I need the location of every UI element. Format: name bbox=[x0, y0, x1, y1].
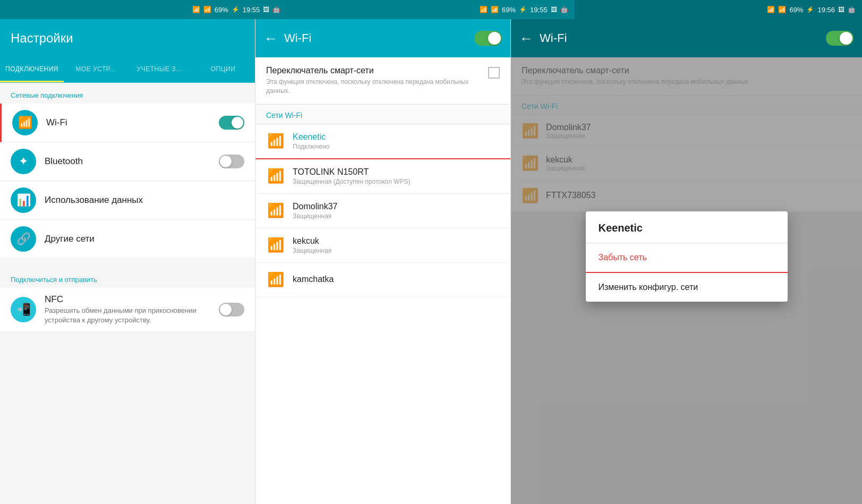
settings-content: Сетевые подключения 📶 Wi-Fi ✦ bbox=[0, 83, 255, 504]
network-item-totolink[interactable]: 📶 TOTOLINK N150RT Защищенная (Доступен п… bbox=[255, 159, 510, 194]
android-icon-3: 🤖 bbox=[848, 6, 856, 13]
charge-icon-3: ⚡ bbox=[806, 6, 814, 13]
tab-connections[interactable]: ПОДКЛЮЧЕНИЯ bbox=[0, 57, 64, 82]
data-item-content: Использование данных bbox=[45, 195, 244, 206]
keenetic-name: Keenetic bbox=[293, 132, 500, 142]
battery-2: 69% bbox=[502, 6, 516, 14]
wifi-panel-toggle[interactable] bbox=[474, 31, 502, 46]
network-item-kamchatka[interactable]: 📶 kamchatka bbox=[255, 263, 510, 297]
gallery-icon-2: 🖼 bbox=[551, 6, 557, 13]
popup-forget-button[interactable]: Забыть сеть bbox=[586, 243, 788, 273]
kamchatka-info: kamchatka bbox=[293, 275, 500, 285]
tab-accounts[interactable]: УЧЕТНЫЕ З... bbox=[127, 57, 191, 82]
bluetooth-item-content: Bluetooth bbox=[45, 156, 219, 167]
tab-options[interactable]: ОПЦИИ bbox=[191, 57, 255, 82]
settings-item-other[interactable]: 🔗 Другие сети bbox=[0, 220, 255, 259]
popup-change-config-button[interactable]: Изменить конфигур. сети bbox=[586, 273, 788, 302]
wifi-panel: ← Wi-Fi Переключатель смарт-сети Эта фун… bbox=[255, 19, 511, 504]
keenetic-status: Подключено bbox=[293, 143, 500, 150]
data-usage-icon: 📊 bbox=[11, 187, 36, 213]
time-3: 19:56 bbox=[817, 6, 835, 14]
wifi-status-icon-3: 📶 bbox=[767, 6, 775, 13]
wifi-panel-3-back[interactable]: ← bbox=[519, 30, 533, 47]
wifi-toggle-knob bbox=[232, 117, 243, 129]
nfc-item-subtitle: Разрешить обмен данными при прикосновени… bbox=[45, 306, 219, 325]
network-item-keenetic[interactable]: 📶 Keenetic Подключено bbox=[255, 124, 510, 159]
nfc-toggle-knob bbox=[220, 304, 232, 315]
bluetooth-icon: ✦ bbox=[11, 149, 36, 174]
settings-item-wifi[interactable]: 📶 Wi-Fi bbox=[0, 104, 255, 142]
status-panel-2: 📶 📶 69% ⚡ 19:55 🖼 🤖 bbox=[287, 0, 575, 19]
wifi-panel-3-header: ← Wi-Fi bbox=[511, 19, 862, 57]
nfc-icon: 📲 bbox=[11, 297, 36, 322]
popup-overlay: Keenetic Забыть сеть Изменить конфигур. … bbox=[511, 57, 862, 504]
nfc-item-content: NFC Разрешить обмен данными при прикосно… bbox=[45, 294, 219, 325]
wifi-content: Переключатель смарт-сети Эта функция отк… bbox=[255, 57, 510, 504]
wifi-panel-3-toggle-knob bbox=[840, 32, 852, 45]
status-bar: 📶 📶 69% ⚡ 19:55 🖼 🤖 📶 📶 69% ⚡ 19:55 🖼 🤖 … bbox=[0, 0, 862, 19]
smart-switch-section: Переключатель смарт-сети Эта функция отк… bbox=[255, 57, 510, 105]
wifi-status-icon-2: 📶 bbox=[480, 6, 488, 13]
domolink-name: Domolink37 bbox=[293, 202, 500, 211]
settings-header: Настройки bbox=[0, 19, 255, 57]
totolink-name: TOTOLINK N150RT bbox=[293, 167, 500, 177]
bluetooth-item-title: Bluetooth bbox=[45, 156, 219, 167]
gallery-icon-3: 🖼 bbox=[838, 6, 844, 13]
kekcuk-wifi-icon: 📶 bbox=[266, 236, 285, 255]
wifi-toggle[interactable] bbox=[219, 116, 244, 130]
other-item-content: Другие сети bbox=[45, 234, 244, 244]
wifi-panel-3-body: Переключатель смарт-сети Эта функция отк… bbox=[511, 57, 862, 504]
nfc-toggle[interactable] bbox=[219, 303, 244, 317]
settings-title: Настройки bbox=[11, 31, 73, 46]
settings-item-bluetooth[interactable]: ✦ Bluetooth bbox=[0, 142, 255, 181]
android-icon-2: 🤖 bbox=[560, 6, 568, 13]
kekcuk-status: Защищенная bbox=[293, 247, 500, 254]
totolink-wifi-icon: 📶 bbox=[266, 167, 285, 186]
kamchatka-wifi-icon: 📶 bbox=[266, 270, 285, 289]
time-2: 19:55 bbox=[530, 6, 548, 14]
battery-1: 69% bbox=[215, 6, 228, 14]
popup-menu: Keenetic Забыть сеть Изменить конфигур. … bbox=[586, 211, 788, 302]
charge-icon-2: ⚡ bbox=[519, 6, 527, 13]
wifi-panel-title: Wi-Fi bbox=[284, 31, 468, 45]
signal-icon-1: 📶 bbox=[203, 6, 211, 13]
wifi-header: ← Wi-Fi bbox=[255, 19, 510, 57]
other-item-title: Другие сети bbox=[45, 234, 244, 244]
wifi-panel-3-title: Wi-Fi bbox=[540, 31, 820, 45]
network-item-kekcuk[interactable]: 📶 kekcuk Защищенная bbox=[255, 228, 510, 263]
wifi-status-icon-1: 📶 bbox=[192, 6, 200, 13]
domolink-status: Защищенная bbox=[293, 212, 500, 220]
wifi-back-button[interactable]: ← bbox=[264, 30, 278, 47]
time-1: 19:55 bbox=[243, 6, 260, 14]
bluetooth-toggle[interactable] bbox=[219, 155, 244, 168]
charge-icon-1: ⚡ bbox=[232, 6, 240, 13]
kekcuk-info: kekcuk Защищенная bbox=[293, 236, 500, 254]
keenetic-wifi-icon: 📶 bbox=[266, 132, 285, 151]
wifi-panel-3-toggle[interactable] bbox=[826, 31, 854, 46]
settings-panel: Настройки ПОДКЛЮЧЕНИЯ МОЕ УСТР... УЧЕТНЫ… bbox=[0, 19, 255, 504]
wifi-networks-header: Сети Wi-Fi bbox=[255, 105, 510, 124]
wifi-panel-toggle-knob bbox=[488, 32, 501, 45]
section-header-connect: Подключиться и отправить bbox=[0, 267, 255, 288]
signal-icon-3: 📶 bbox=[778, 6, 786, 13]
domolink-info: Domolink37 Защищенная bbox=[293, 202, 500, 220]
network-item-domolink[interactable]: 📶 Domolink37 Защищенная bbox=[255, 194, 510, 228]
settings-item-nfc[interactable]: 📲 NFC Разрешить обмен данными при прикос… bbox=[0, 288, 255, 332]
kekcuk-name: kekcuk bbox=[293, 236, 500, 246]
domolink-wifi-icon: 📶 bbox=[266, 201, 285, 220]
android-icon-1: 🤖 bbox=[272, 6, 280, 13]
settings-item-data[interactable]: 📊 Использование данных bbox=[0, 181, 255, 220]
smart-switch-checkbox[interactable] bbox=[488, 67, 500, 79]
other-networks-icon: 🔗 bbox=[11, 226, 36, 252]
wifi-icon: 📶 bbox=[12, 110, 38, 135]
status-panel-3: 📶 📶 69% ⚡ 19:56 🖼 🤖 bbox=[575, 0, 862, 19]
data-item-title: Использование данных bbox=[45, 195, 244, 206]
tab-my-device[interactable]: МОЕ УСТР... bbox=[64, 57, 127, 82]
wifi-item-content: Wi-Fi bbox=[46, 117, 219, 128]
totolink-status: Защищенная (Доступен протокол WPS) bbox=[293, 178, 500, 185]
wifi-item-title: Wi-Fi bbox=[46, 117, 219, 128]
bluetooth-toggle-knob bbox=[220, 156, 232, 167]
status-panel-1: 📶 📶 69% ⚡ 19:55 🖼 🤖 bbox=[0, 0, 287, 19]
popup-network-name: Keenetic bbox=[586, 211, 788, 243]
gallery-icon-1: 🖼 bbox=[263, 6, 269, 13]
